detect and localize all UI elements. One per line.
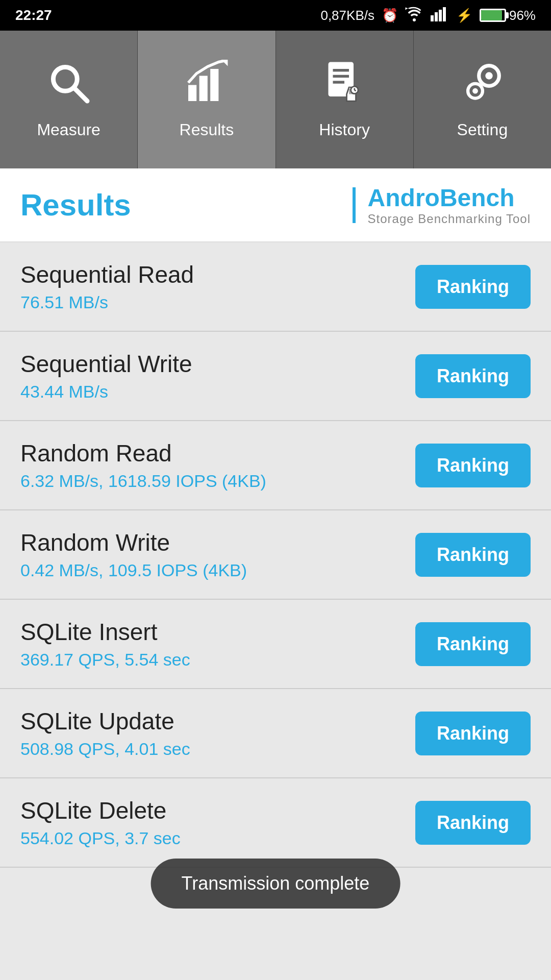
charging-icon: ⚡ [456, 8, 472, 23]
svg-line-5 [74, 88, 87, 101]
result-info: SQLite Update 508.98 QPS, 4.01 sec [20, 707, 415, 759]
ranking-button[interactable]: Ranking [415, 712, 531, 755]
status-bar: 22:27 0,87KB/s ⏰ ⚡ 96% [0, 0, 551, 31]
result-value: 508.98 QPS, 4.01 sec [20, 739, 415, 759]
results-list: Sequential Read 76.51 MB/s Ranking Seque… [0, 242, 551, 868]
nav-item-setting[interactable]: Setting [414, 31, 551, 168]
result-value: 369.17 QPS, 5.54 sec [20, 650, 415, 670]
brand-name-part1: Andro [368, 184, 440, 211]
svg-rect-1 [435, 12, 438, 21]
status-right: 0,87KB/s ⏰ ⚡ 96% [320, 6, 536, 25]
gear-icon [459, 60, 505, 112]
result-item: SQLite Insert 369.17 QPS, 5.54 sec Ranki… [0, 600, 551, 689]
result-name: Sequential Write [20, 350, 415, 378]
ranking-button[interactable]: Ranking [415, 801, 531, 845]
result-item: Random Read 6.32 MB/s, 1618.59 IOPS (4KB… [0, 421, 551, 510]
battery-indicator: 96% [480, 8, 536, 23]
result-item: SQLite Update 508.98 QPS, 4.01 sec Ranki… [0, 689, 551, 778]
status-time: 22:27 [15, 7, 52, 23]
result-value: 554.02 QPS, 3.7 sec [20, 828, 415, 848]
result-value: 6.32 MB/s, 1618.59 IOPS (4KB) [20, 471, 415, 491]
result-item: SQLite Delete 554.02 QPS, 3.7 sec Rankin… [0, 778, 551, 868]
signal-icon [431, 6, 449, 25]
svg-rect-8 [210, 69, 218, 101]
battery-level: 96% [509, 8, 536, 23]
alarm-icon: ⏰ [382, 8, 398, 23]
result-value: 43.44 MB/s [20, 382, 415, 402]
nav-bar: Measure Results [0, 31, 551, 168]
brand-name-part2: Bench [440, 184, 515, 211]
result-item: Random Write 0.42 MB/s, 109.5 IOPS (4KB)… [0, 510, 551, 600]
result-value: 0.42 MB/s, 109.5 IOPS (4KB) [20, 560, 415, 580]
result-info: SQLite Delete 554.02 QPS, 3.7 sec [20, 797, 415, 848]
brand-name: AndroBench [368, 184, 531, 212]
nav-item-history[interactable]: History [276, 31, 414, 168]
svg-rect-7 [199, 76, 207, 102]
result-info: Random Read 6.32 MB/s, 1618.59 IOPS (4KB… [20, 439, 415, 491]
result-info: SQLite Insert 369.17 QPS, 5.54 sec [20, 618, 415, 670]
page-header: Results AndroBench Storage Benchmarking … [0, 168, 551, 242]
nav-label-measure: Measure [37, 120, 101, 139]
result-info: Sequential Write 43.44 MB/s [20, 350, 415, 402]
svg-rect-13 [333, 81, 345, 83]
toast-message: Transmission complete [151, 859, 400, 909]
result-info: Random Write 0.42 MB/s, 109.5 IOPS (4KB) [20, 529, 415, 580]
result-name: Random Write [20, 529, 415, 556]
svg-marker-9 [221, 60, 228, 66]
document-icon [321, 60, 367, 112]
page-title: Results [20, 187, 131, 223]
result-name: SQLite Update [20, 707, 415, 735]
ranking-button[interactable]: Ranking [415, 622, 531, 666]
nav-label-results: Results [180, 120, 234, 139]
result-item: Sequential Read 76.51 MB/s Ranking [0, 242, 551, 332]
svg-rect-0 [431, 15, 434, 21]
brand-text: AndroBench Storage Benchmarking Tool [368, 184, 531, 226]
ranking-button[interactable]: Ranking [415, 444, 531, 487]
network-speed: 0,87KB/s [320, 8, 374, 23]
ranking-button[interactable]: Ranking [415, 533, 531, 577]
svg-rect-2 [439, 10, 442, 21]
result-name: SQLite Insert [20, 618, 415, 646]
nav-item-measure[interactable]: Measure [0, 31, 138, 168]
brand: AndroBench Storage Benchmarking Tool [353, 184, 531, 226]
ranking-button[interactable]: Ranking [415, 265, 531, 309]
nav-label-setting: Setting [457, 120, 508, 139]
brand-subtitle: Storage Benchmarking Tool [368, 212, 531, 226]
svg-rect-3 [443, 7, 446, 21]
chart-icon [184, 60, 230, 112]
result-value: 76.51 MB/s [20, 292, 415, 312]
search-icon [46, 60, 92, 112]
svg-rect-11 [333, 69, 349, 71]
result-name: Sequential Read [20, 261, 415, 288]
svg-rect-6 [188, 85, 196, 102]
wifi-icon [405, 6, 423, 25]
nav-label-history: History [319, 120, 370, 139]
result-item: Sequential Write 43.44 MB/s Ranking [0, 332, 551, 421]
result-name: Random Read [20, 439, 415, 467]
result-name: SQLite Delete [20, 797, 415, 824]
result-info: Sequential Read 76.51 MB/s [20, 261, 415, 312]
svg-line-19 [355, 90, 356, 91]
svg-point-23 [472, 88, 478, 94]
brand-divider [353, 187, 356, 223]
svg-rect-12 [333, 75, 349, 78]
ranking-button[interactable]: Ranking [415, 354, 531, 398]
svg-point-21 [486, 72, 493, 79]
nav-item-results[interactable]: Results [138, 31, 276, 168]
